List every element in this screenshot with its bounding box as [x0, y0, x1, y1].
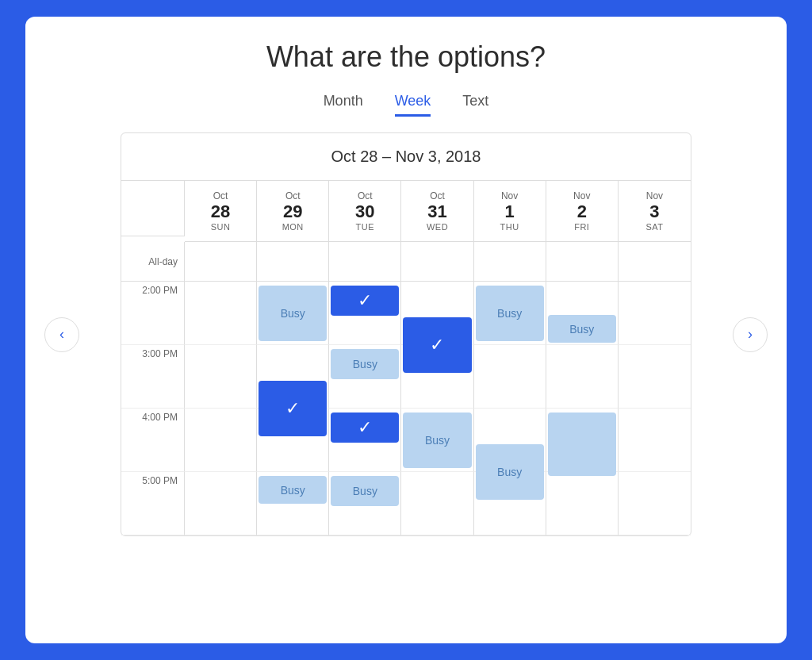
- event-5pm-sat: [619, 472, 691, 535]
- event-4pm-mon[interactable]: ✓: [257, 409, 329, 472]
- allday-wed: [401, 242, 473, 282]
- time-label-3pm: 3:00 PM: [121, 345, 185, 409]
- busy-block-5pm-mon[interactable]: Busy: [259, 476, 327, 504]
- chevron-left-icon: ‹: [59, 326, 64, 343]
- prev-nav-button[interactable]: ‹: [44, 317, 79, 352]
- page-title: What are the options?: [49, 40, 763, 74]
- allday-fri: [546, 242, 619, 282]
- selected-block-3pm-wed[interactable]: ✓: [403, 317, 471, 373]
- selected-block-2pm-tue[interactable]: ✓: [331, 286, 399, 316]
- busy-block-2pm-fri[interactable]: Busy: [548, 315, 616, 343]
- event-2pm-mon[interactable]: Busy: [257, 282, 329, 345]
- event-5pm-wed: [401, 472, 473, 535]
- allday-mon: [257, 242, 329, 282]
- event-4pm-wed[interactable]: Busy: [401, 409, 473, 472]
- day-header-wed: Oct 31 WED: [401, 181, 473, 242]
- selected-block-4pm-mon[interactable]: ✓: [259, 381, 327, 436]
- event-2pm-thu[interactable]: Busy: [474, 282, 546, 345]
- event-3pm-tue[interactable]: Busy: [329, 345, 401, 409]
- event-4pm-sat: [619, 409, 691, 472]
- calendar-range-header: Oct 28 – Nov 3, 2018: [121, 133, 691, 181]
- day-header-thu: Nov 1 THU: [474, 181, 546, 242]
- event-3pm-sat: [619, 345, 691, 409]
- event-3pm-fri: [546, 345, 619, 409]
- event-5pm-sun: [185, 472, 257, 535]
- event-5pm-fri: [546, 472, 619, 535]
- busy-bg-5pm-fri: [548, 420, 616, 476]
- tab-month[interactable]: Month: [324, 93, 363, 117]
- allday-thu: [474, 242, 546, 282]
- day-header-sun: Oct 28 SUN: [185, 181, 257, 242]
- event-3pm-sun: [185, 345, 257, 409]
- time-label-5pm: 5:00 PM: [121, 472, 185, 535]
- time-label-4pm: 4:00 PM: [121, 409, 185, 472]
- allday-sun: [185, 242, 257, 282]
- next-nav-button[interactable]: ›: [733, 317, 768, 352]
- calendar-container: Oct 28 – Nov 3, 2018 Oct 28 SUN Oct 29 M…: [121, 132, 691, 536]
- event-2pm-sun: [185, 282, 257, 345]
- event-5pm-mon[interactable]: Busy: [257, 472, 329, 535]
- selected-block-4pm-tue[interactable]: ✓: [331, 412, 399, 443]
- event-2pm-fri[interactable]: Busy: [546, 282, 619, 345]
- busy-block-2pm-mon[interactable]: Busy: [259, 286, 327, 341]
- event-5pm-tue[interactable]: Busy: [329, 472, 401, 535]
- event-2pm-sat: [619, 282, 691, 345]
- day-header-mon: Oct 29 MON: [257, 181, 329, 242]
- event-4pm-tue[interactable]: ✓: [329, 409, 401, 472]
- day-header-fri: Nov 2 FRI: [546, 181, 619, 242]
- event-3pm-thu: [474, 345, 546, 409]
- tab-bar: Month Week Text: [49, 93, 763, 117]
- allday-label: All-day: [121, 242, 185, 282]
- busy-block-2pm-thu[interactable]: Busy: [476, 286, 544, 341]
- day-header-tue: Oct 30 TUE: [329, 181, 401, 242]
- busy-block-5pm-thu[interactable]: Busy: [476, 444, 544, 500]
- header-empty-cell: [121, 181, 185, 236]
- allday-tue: [329, 242, 401, 282]
- day-header-sat: Nov 3 SAT: [619, 181, 691, 242]
- event-2pm-tue[interactable]: ✓: [329, 282, 401, 345]
- event-4pm-sun: [185, 409, 257, 472]
- busy-block-5pm-tue[interactable]: Busy: [331, 476, 399, 506]
- time-label-2pm: 2:00 PM: [121, 282, 185, 345]
- main-container: What are the options? Month Week Text ‹ …: [25, 17, 787, 643]
- allday-sat: [619, 242, 691, 282]
- busy-block-3pm-tue[interactable]: Busy: [331, 349, 399, 379]
- tab-text[interactable]: Text: [462, 93, 488, 117]
- chevron-right-icon: ›: [748, 326, 753, 343]
- tab-week[interactable]: Week: [395, 93, 431, 117]
- event-5pm-thu[interactable]: Busy: [474, 472, 546, 535]
- busy-block-4pm-wed[interactable]: Busy: [403, 412, 471, 468]
- event-3pm-wed[interactable]: ✓: [401, 345, 473, 409]
